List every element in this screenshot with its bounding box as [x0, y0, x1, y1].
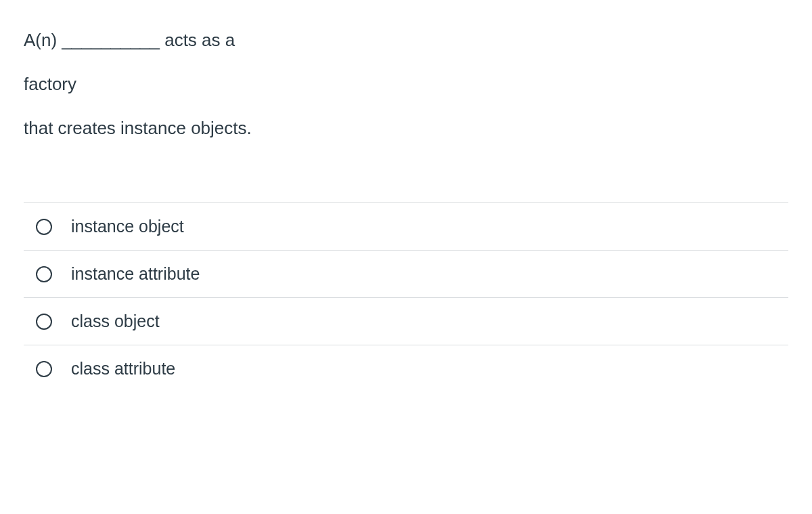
option-row[interactable]: class attribute [24, 345, 788, 392]
radio-icon[interactable] [36, 219, 52, 235]
question-line-3: that creates instance objects. [24, 115, 788, 142]
option-row[interactable]: instance object [24, 202, 788, 250]
option-row[interactable]: class object [24, 297, 788, 345]
radio-icon[interactable] [36, 266, 52, 282]
option-label: instance object [71, 217, 184, 236]
question-line-2: factory [24, 71, 788, 98]
option-row[interactable]: instance attribute [24, 250, 788, 297]
options-list: instance object instance attribute class… [24, 202, 788, 392]
question-text: A(n) __________ acts as a factory that c… [24, 27, 788, 142]
option-label: class attribute [71, 359, 175, 379]
question-line-1: A(n) __________ acts as a [24, 27, 788, 53]
radio-icon[interactable] [36, 314, 52, 330]
option-label: instance attribute [71, 264, 200, 284]
radio-icon[interactable] [36, 361, 52, 377]
option-label: class object [71, 312, 160, 331]
